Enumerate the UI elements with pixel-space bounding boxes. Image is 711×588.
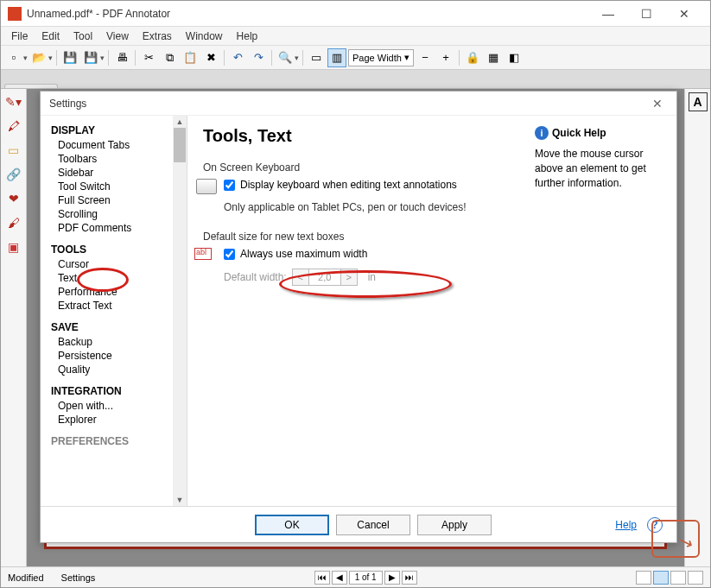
undo-icon[interactable]: ↶ <box>228 48 247 67</box>
status-modified: Modified <box>8 572 44 583</box>
scroll-up-icon[interactable]: ▲ <box>174 116 186 128</box>
redo-icon[interactable]: ↷ <box>249 48 268 67</box>
view2-icon[interactable] <box>653 571 669 585</box>
quick-help-text: Move the mouse cursor above an element t… <box>535 147 661 190</box>
menu-tool[interactable]: Tool <box>67 28 99 44</box>
print-icon[interactable]: 🖶 <box>112 48 131 67</box>
saveas-icon[interactable]: 💾 <box>81 48 100 67</box>
cut-icon[interactable]: ✂ <box>139 48 158 67</box>
nav-persistence[interactable]: Persistence <box>51 349 187 363</box>
search-icon[interactable]: 🔍 <box>276 48 295 67</box>
text-tool-icon[interactable]: A <box>689 92 708 111</box>
scroll-down-icon[interactable]: ▼ <box>174 494 186 506</box>
dialog-buttons: OK Cancel Apply Help ? <box>41 506 676 542</box>
checkbox-max-width-input[interactable] <box>224 249 235 260</box>
nav-quality[interactable]: Quality <box>51 363 187 376</box>
marker-icon[interactable]: 🖍 <box>4 117 23 136</box>
dropdown-icon[interactable]: ▾ <box>295 54 299 62</box>
spin-up-icon[interactable]: > <box>340 269 358 286</box>
nav-group-integration: INTEGRATION <box>51 385 187 397</box>
nav-scrollbar[interactable]: ▲ ▼ <box>173 116 187 506</box>
apply-button[interactable]: Apply <box>417 515 492 535</box>
view1-icon[interactable] <box>636 571 651 585</box>
menu-window[interactable]: Window <box>179 28 230 44</box>
dropdown-icon[interactable]: ▾ <box>23 54 28 62</box>
view4-icon[interactable] <box>688 571 703 585</box>
nav-pdf-comments[interactable]: PDF Comments <box>51 221 187 235</box>
close-button[interactable]: ✕ <box>665 1 703 27</box>
quick-help-panel: i Quick Help Move the mouse cursor above… <box>523 126 661 496</box>
zoomout-icon[interactable]: − <box>416 48 435 67</box>
checkbox-display-keyboard[interactable]: Display keyboard when editing text annot… <box>224 179 523 191</box>
nav-sidebar[interactable]: Sidebar <box>51 166 187 180</box>
stamp-icon[interactable]: ▣ <box>4 237 23 256</box>
nav-text[interactable]: Text <box>51 271 187 285</box>
nav-backup[interactable]: Backup <box>51 335 187 349</box>
menu-extras[interactable]: Extras <box>136 28 179 44</box>
delete-icon[interactable]: ✖ <box>201 48 220 67</box>
nav-scrolling[interactable]: Scrolling <box>51 207 187 221</box>
next-page-icon[interactable]: ▶ <box>384 571 400 585</box>
layout2-icon[interactable]: ◧ <box>505 48 524 67</box>
dropdown-icon[interactable]: ▾ <box>48 54 53 62</box>
zoom-select[interactable]: Page Width ▾ <box>348 49 414 66</box>
fitwidth-icon[interactable]: ▥ <box>327 48 346 67</box>
open-icon[interactable]: 📂 <box>29 48 48 67</box>
spin-down-icon[interactable]: < <box>292 269 309 286</box>
nav-group-tools: TOOLS <box>51 243 187 256</box>
nav-document-tabs[interactable]: Document Tabs <box>51 138 187 152</box>
new-icon[interactable]: ▫ <box>4 48 23 67</box>
help-link[interactable]: Help <box>615 519 637 531</box>
first-page-icon[interactable]: ⏮ <box>314 571 330 585</box>
copy-icon[interactable]: ⧉ <box>160 48 179 67</box>
textbox-icon <box>194 248 212 260</box>
prev-page-icon[interactable]: ◀ <box>332 571 347 585</box>
nav-toolbars[interactable]: Toolbars <box>51 152 187 166</box>
maximize-button[interactable]: ☐ <box>627 1 665 27</box>
nav-full-screen[interactable]: Full Screen <box>51 193 187 207</box>
heart-icon[interactable]: ❤ <box>4 189 23 208</box>
nav-extract-text[interactable]: Extract Text <box>51 299 187 313</box>
nav-open-with[interactable]: Open with... <box>51 399 187 413</box>
menu-help[interactable]: Help <box>230 28 265 44</box>
app-icon <box>8 7 22 21</box>
last-page-icon[interactable]: ⏭ <box>402 571 417 585</box>
section-keyboard: On Screen Keyboard Display keyboard when… <box>203 161 523 213</box>
page-indicator[interactable]: 1 of 1 <box>349 571 383 585</box>
menubar: File Edit Tool View Extras Window Help <box>1 27 710 46</box>
checkbox-max-width[interactable]: Always use maximum width <box>224 248 523 260</box>
fitpage-icon[interactable]: ▭ <box>307 48 326 67</box>
dropdown-icon[interactable]: ▾ <box>100 54 105 62</box>
ok-button[interactable]: OK <box>255 515 329 535</box>
checkbox-display-keyboard-input[interactable] <box>224 180 235 191</box>
width-value[interactable]: 2,0 <box>309 269 340 286</box>
menu-file[interactable]: File <box>4 28 35 44</box>
save-icon[interactable]: 💾 <box>60 48 79 67</box>
dialog-titlebar: Settings ✕ <box>41 92 676 116</box>
layout-icon[interactable]: ▦ <box>484 48 503 67</box>
nav-tool-switch[interactable]: Tool Switch <box>51 180 187 193</box>
note-tablet: Only applicable on Tablet PCs, pen or to… <box>224 201 523 213</box>
lock-icon[interactable]: 🔒 <box>463 48 482 67</box>
right-toolbox: A <box>684 89 710 566</box>
document-tab[interactable] <box>4 84 58 88</box>
pen-icon[interactable]: ✎▾ <box>4 92 23 111</box>
menu-edit[interactable]: Edit <box>35 28 67 44</box>
dialog-close-icon[interactable]: ✕ <box>647 93 668 114</box>
note-icon[interactable]: ▭ <box>4 141 23 160</box>
scroll-thumb[interactable] <box>174 128 186 162</box>
minimize-button[interactable]: — <box>589 1 627 27</box>
link-icon[interactable]: 🔗 <box>4 165 23 184</box>
annotation-corner: ↘ <box>651 520 700 558</box>
nav-performance[interactable]: Performance <box>51 285 187 299</box>
page-controls: ⏮ ◀ 1 of 1 ▶ ⏭ <box>314 571 417 585</box>
cancel-button[interactable]: Cancel <box>336 515 410 535</box>
menu-view[interactable]: View <box>99 28 136 44</box>
width-spinner[interactable]: < 2,0 > <box>292 269 358 286</box>
paste-icon[interactable]: 📋 <box>181 48 200 67</box>
zoomin-icon[interactable]: + <box>436 48 455 67</box>
nav-explorer[interactable]: Explorer <box>51 413 187 427</box>
nav-cursor[interactable]: Cursor <box>51 257 187 271</box>
view3-icon[interactable] <box>670 571 686 585</box>
brush-icon[interactable]: 🖌 <box>4 213 23 232</box>
